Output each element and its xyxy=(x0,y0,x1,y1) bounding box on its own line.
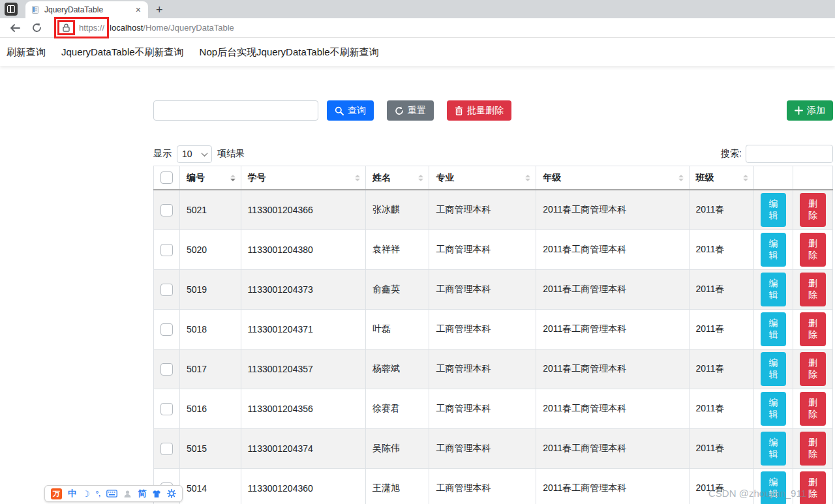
nav-link-jquerydatatable-query[interactable]: JqueryDataTable不刷新查询 xyxy=(61,46,184,59)
batch-delete-button[interactable]: 批量删除 xyxy=(447,100,511,121)
page-size-select[interactable]: 10 xyxy=(177,145,212,163)
back-icon[interactable] xyxy=(9,23,21,33)
csdn-watermark: CSDN @zhoujian_911 xyxy=(708,488,806,499)
cell-id: 5018 xyxy=(180,310,241,349)
page-nav: 刷新查询 JqueryDataTable不刷新查询 Nop后台实现JqueryD… xyxy=(0,38,835,66)
reset-button[interactable]: 重置 xyxy=(387,100,434,121)
results-label: 项结果 xyxy=(217,148,245,160)
cell-student-no: 1133001204374 xyxy=(241,429,365,469)
new-tab-icon[interactable]: + xyxy=(156,3,163,16)
cell-name: 杨蓉斌 xyxy=(365,349,429,389)
row-checkbox[interactable] xyxy=(160,284,173,296)
edit-button[interactable]: 编辑 xyxy=(761,392,786,426)
ime-keyboard-icon[interactable] xyxy=(106,490,117,497)
cell-id: 5019 xyxy=(180,270,241,310)
ime-lang-toggle[interactable]: 中 xyxy=(68,488,76,499)
delete-button[interactable]: 删除 xyxy=(800,193,826,227)
edit-button[interactable]: 编辑 xyxy=(761,352,786,386)
delete-button[interactable]: 删除 xyxy=(800,312,826,346)
keyword-input[interactable] xyxy=(153,100,318,121)
column-header-id[interactable]: 编号 xyxy=(180,166,241,190)
show-label: 显示 xyxy=(153,148,172,160)
ime-moon-icon[interactable]: ☽ xyxy=(82,489,90,499)
table-row: 5021 1133001204366 张冰麒 工商管理本科 2011春工商管理本… xyxy=(154,190,833,230)
cell-major: 工商管理本科 xyxy=(429,429,536,469)
ime-settings-gear-icon[interactable] xyxy=(167,489,176,498)
lock-icon xyxy=(63,23,70,32)
table-search-label: 搜索: xyxy=(721,148,742,160)
row-checkbox[interactable] xyxy=(160,443,173,455)
row-checkbox[interactable] xyxy=(160,323,173,336)
ime-punct-toggle[interactable]: °, xyxy=(96,490,100,497)
cell-major: 工商管理本科 xyxy=(429,389,536,429)
refresh-icon[interactable] xyxy=(31,22,42,33)
cell-id: 5017 xyxy=(180,349,241,389)
ime-skin-icon[interactable] xyxy=(152,490,161,498)
cell-major: 工商管理本科 xyxy=(429,349,536,389)
column-header-major[interactable]: 专业 xyxy=(429,166,536,190)
sort-icons xyxy=(743,175,748,181)
url-scheme: https:// xyxy=(79,23,104,33)
cell-grade: 2011春工商管理本科 xyxy=(536,469,689,504)
row-checkbox[interactable] xyxy=(160,244,173,256)
edit-button[interactable]: 编辑 xyxy=(761,193,786,227)
table-row: 5017 1133001204357 杨蓉斌 工商管理本科 2011春工商管理本… xyxy=(154,349,833,389)
table-search-input[interactable] xyxy=(746,145,833,163)
cell-class: 2011春 xyxy=(689,310,754,349)
main-content: 查询 重置 批量删除 添加 xyxy=(153,100,833,504)
cell-name: 吴陈伟 xyxy=(365,429,429,469)
select-all-checkbox[interactable] xyxy=(160,171,173,184)
cell-grade: 2011春工商管理本科 xyxy=(536,190,689,230)
ime-logo-icon[interactable]: 万 xyxy=(51,488,62,499)
cell-grade: 2011春工商管理本科 xyxy=(536,270,689,310)
cell-student-no: 1133001204357 xyxy=(241,349,365,389)
sort-icons xyxy=(230,175,235,181)
edit-button[interactable]: 编辑 xyxy=(761,312,786,346)
delete-button[interactable]: 删除 xyxy=(800,432,826,466)
url-path: /Home/JqueryDataTable xyxy=(143,23,234,33)
address-field[interactable]: https:// localhost /Home/JqueryDataTable xyxy=(54,17,234,38)
cell-grade: 2011春工商管理本科 xyxy=(536,349,689,389)
cell-name: 王潇旭 xyxy=(365,469,429,504)
cell-id: 5016 xyxy=(180,389,241,429)
row-checkbox[interactable] xyxy=(160,403,173,415)
tab-close-icon[interactable]: × xyxy=(134,5,143,15)
edit-button[interactable]: 编辑 xyxy=(761,432,786,466)
row-checkbox[interactable] xyxy=(160,363,173,376)
browser-tab[interactable]: JqueryDataTable × xyxy=(25,1,148,18)
cell-grade: 2011春工商管理本科 xyxy=(536,429,689,469)
tab-title: JqueryDataTable xyxy=(44,5,134,14)
refresh-reset-icon xyxy=(395,106,404,115)
delete-button[interactable]: 删除 xyxy=(800,352,826,386)
delete-button[interactable]: 删除 xyxy=(800,392,826,426)
sort-icons xyxy=(355,175,360,181)
column-header-class[interactable]: 班级 xyxy=(689,166,754,190)
delete-button[interactable]: 删除 xyxy=(800,233,826,267)
cell-name: 张冰麒 xyxy=(365,190,429,230)
query-button[interactable]: 查询 xyxy=(327,100,374,121)
cell-student-no: 1133001204380 xyxy=(241,230,365,270)
sort-icons xyxy=(678,175,684,181)
ime-toolbar: 万 中 ☽ °, 简 xyxy=(44,485,183,502)
cell-name: 俞鑫英 xyxy=(365,270,429,310)
tab-actions-icon[interactable] xyxy=(5,3,18,16)
add-button[interactable]: 添加 xyxy=(787,100,833,121)
delete-button[interactable]: 删除 xyxy=(800,273,826,306)
column-header-grade[interactable]: 年级 xyxy=(536,166,689,190)
column-header-name[interactable]: 姓名 xyxy=(365,166,429,190)
cell-name: 徐赛君 xyxy=(365,389,429,429)
cell-grade: 2011春工商管理本科 xyxy=(536,310,689,349)
ime-simplified-toggle[interactable]: 简 xyxy=(138,488,146,499)
sort-icons xyxy=(525,175,530,181)
edit-button[interactable]: 编辑 xyxy=(761,233,786,267)
row-checkbox[interactable] xyxy=(160,204,173,216)
nav-link-nop-backend-query[interactable]: Nop后台实现JqueryDataTable不刷新查询 xyxy=(200,46,379,59)
column-header-student-no[interactable]: 学号 xyxy=(241,166,365,190)
cell-student-no: 1133001204360 xyxy=(241,469,365,504)
cell-student-no: 1133001204371 xyxy=(241,310,365,349)
ime-user-icon[interactable] xyxy=(123,490,132,498)
edit-button[interactable]: 编辑 xyxy=(761,273,786,306)
browser-tab-strip: JqueryDataTable × + xyxy=(0,0,835,18)
cell-student-no: 1133001204373 xyxy=(241,270,365,310)
nav-link-refresh-query[interactable]: 刷新查询 xyxy=(7,46,46,59)
